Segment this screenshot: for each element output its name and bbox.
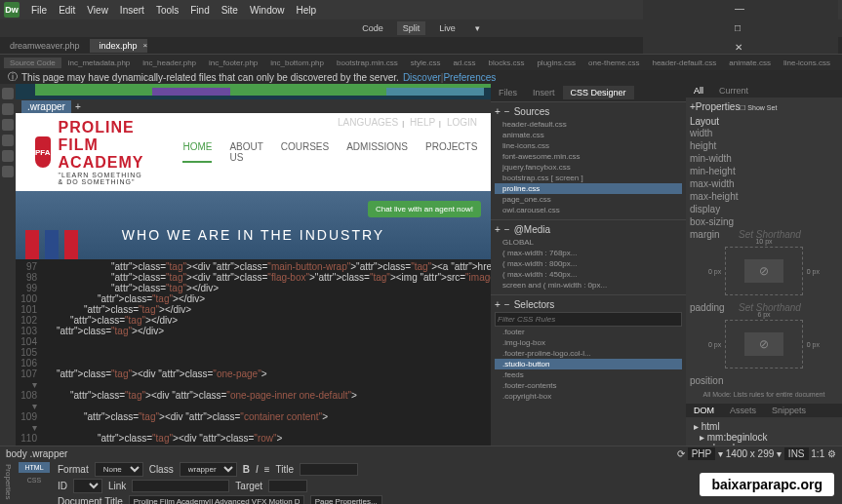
subtab-6[interactable]: style.css [405,58,447,68]
tab-close-icon[interactable]: × [143,41,148,50]
target-input[interactable] [268,480,307,492]
nav-adm[interactable]: ADMISSIONS [346,141,408,163]
menu-find[interactable]: Find [190,5,209,16]
selectors-item[interactable]: .studio-button [495,359,682,369]
menu-file[interactable]: File [31,5,47,16]
min-icon[interactable]: — [735,3,746,15]
menu-view[interactable]: View [87,5,108,16]
prefs-link[interactable]: Preferences [443,72,496,83]
panel-cssdesigner[interactable]: CSS Designer [563,86,634,99]
subtab-1[interactable]: inc_metadata.php [62,58,137,68]
subtab-7[interactable]: ad.css [447,58,481,68]
sources-item[interactable]: proline.css [495,183,682,194]
subtab-8[interactable]: blocks.css [483,58,531,68]
tool-4[interactable] [2,135,14,146]
sources-item[interactable]: animate.css [495,130,682,140]
assets-tab[interactable]: Assets [722,404,764,417]
id-select[interactable] [73,479,102,493]
tool-5[interactable] [2,150,14,162]
dom-tab[interactable]: DOM [686,404,722,417]
html-btn[interactable]: HTML [19,462,50,473]
selectors-item[interactable]: .copyright-box [495,391,682,402]
menu-insert[interactable]: Insert [120,5,144,16]
pageprops-btn[interactable]: Page Properties... [310,495,382,504]
sources-item[interactable]: header-default.css [495,119,682,130]
title-input[interactable] [300,463,358,476]
rr-all[interactable]: All [686,84,711,97]
panel-files[interactable]: Files [491,86,525,99]
nav-proj[interactable]: PROJECTS [425,141,477,163]
view-live[interactable]: Live [433,21,461,35]
media-item[interactable]: ( max-width : 768px... [495,248,682,258]
subtab-9[interactable]: plugins.css [531,58,581,68]
chat-bubble[interactable]: Chat live with an agent now! [368,201,481,217]
media-item[interactable]: ( max-width : 450px... [495,269,682,280]
format-select[interactable]: None [95,462,143,477]
italic-btn[interactable]: I [256,464,259,475]
menu-help[interactable]: Help [297,5,317,16]
class-select[interactable]: wrapper [180,462,237,477]
margin-box[interactable]: 10 px0 px0 px⊘ [725,247,803,295]
sources-item[interactable]: line-icons.css [495,140,682,151]
subtab-12[interactable]: animate.css [723,58,777,68]
subtab-13[interactable]: line-icons.css [778,58,836,68]
media-item[interactable]: ( max-width : 800px... [495,258,682,269]
rr-current[interactable]: Current [711,84,756,97]
dom-node[interactable]: ▸ html [690,421,838,432]
selectors-item[interactable]: .footer [495,327,682,337]
minus-icon[interactable]: − [504,299,510,310]
subtab-2[interactable]: inc_header.php [137,58,202,68]
close-icon[interactable]: ✕ [735,42,746,54]
selectors-item[interactable]: .footer-contents [495,380,682,391]
subtab-11[interactable]: header-default.css [646,58,722,68]
discover-link[interactable]: Discover [403,72,441,83]
sources-item[interactable]: font-awesome.min.css [495,151,682,162]
bold-btn[interactable]: B [243,464,250,475]
reload-icon[interactable]: ⟳ [677,448,685,459]
panel-insert[interactable]: Insert [525,86,563,99]
bottom-crumb[interactable]: body .wrapper [6,448,67,459]
selectors-item[interactable]: .footer-proline-logo.col-l... [495,348,682,359]
menu-edit[interactable]: Edit [59,5,75,16]
chevron-down-icon[interactable]: ▾ [469,21,486,35]
max-icon[interactable]: □ [735,22,746,34]
live-preview[interactable]: LANGUAGES| HELP| LOGIN PFA PROLINE FILM … [16,113,491,259]
tool-1[interactable] [2,88,14,99]
tool-2[interactable] [2,103,14,115]
breadcrumb[interactable]: .wrapper [21,100,71,113]
nav-about[interactable]: ABOUT US [229,141,262,163]
sources-item[interactable]: owl.carousel.css [495,205,682,215]
snippets-tab[interactable]: Snippets [764,404,814,417]
menu-window[interactable]: Window [250,5,285,16]
tool-3[interactable] [2,119,14,131]
ruler[interactable] [16,84,491,99]
menu-tools[interactable]: Tools [156,5,179,16]
subtab-4[interactable]: inc_bottom.php [264,58,330,68]
topnav-lang[interactable]: LANGUAGES [338,117,398,128]
gear-icon[interactable]: ⚙ [827,448,836,459]
plus-icon[interactable]: + [495,224,501,235]
view-split[interactable]: Split [397,21,426,35]
sources-item[interactable]: bootstrap.css [ screen ] [495,173,682,183]
media-item[interactable]: screen and ( min-width : 0px... [495,280,682,291]
link-input[interactable] [132,480,229,492]
padding-box[interactable]: 6 px0 px0 px⊘ [725,320,803,368]
view-code[interactable]: Code [356,21,389,35]
topnav-help[interactable]: HELP [410,117,435,128]
nav-home[interactable]: HOME [182,141,212,163]
nav-courses[interactable]: COURSES [281,141,329,163]
doctitle-input[interactable] [129,495,304,504]
subtab-0[interactable]: Source Code [4,58,61,68]
tool-6[interactable] [2,166,14,177]
topnav-login[interactable]: LOGIN [447,117,477,128]
subtab-3[interactable]: inc_footer.php [203,58,263,68]
sources-item[interactable]: jquery.fancybox.css [495,162,682,173]
sources-item[interactable]: page_one.css [495,194,682,205]
doc-tab-0[interactable]: dreamweaver.php [0,39,90,53]
minus-icon[interactable]: − [504,106,510,117]
selectors-item[interactable]: .feeds [495,369,682,380]
plus-icon[interactable]: + [495,106,501,117]
menu-site[interactable]: Site [221,5,238,16]
list-icon[interactable]: ≡ [264,464,270,475]
plus-icon[interactable]: + [495,299,501,310]
